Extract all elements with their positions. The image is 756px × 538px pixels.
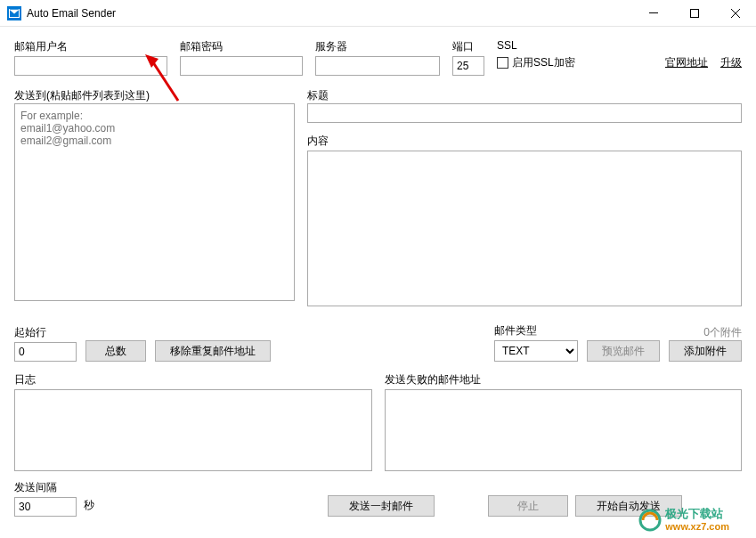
titlebar: Auto Email Sender — [0, 0, 756, 27]
subject-input[interactable] — [307, 103, 742, 123]
interval-label: 发送间隔 — [14, 480, 77, 495]
upgrade-link[interactable]: 升级 — [720, 55, 742, 70]
log-textarea[interactable] — [14, 389, 372, 471]
attachment-count-label: 0个附件 — [703, 325, 742, 340]
username-field-group: 邮箱用户名 — [14, 39, 167, 76]
ssl-checkbox[interactable] — [497, 57, 508, 69]
mailtype-select[interactable]: TEXT — [494, 340, 578, 362]
subject-label: 标题 — [307, 89, 329, 102]
interval-input[interactable] — [14, 497, 77, 517]
sendto-textarea[interactable] — [14, 103, 295, 301]
server-label: 服务器 — [315, 39, 440, 54]
svg-rect-0 — [649, 12, 658, 13]
mailtype-label: 邮件类型 — [494, 323, 578, 338]
ssl-checkbox-label: 启用SSL加密 — [512, 55, 575, 70]
startline-input[interactable] — [14, 342, 77, 362]
close-button[interactable] — [715, 0, 756, 27]
failed-field-group: 发送失败的邮件地址 — [385, 372, 743, 471]
failed-textarea[interactable] — [385, 389, 743, 471]
remove-duplicates-button[interactable]: 移除重复邮件地址 — [155, 340, 271, 362]
preview-button[interactable]: 预览邮件 — [587, 340, 660, 362]
count-button[interactable]: 总数 — [85, 340, 146, 362]
log-label: 日志 — [14, 372, 372, 387]
server-input[interactable] — [315, 56, 440, 76]
interval-unit-label: 秒 — [84, 498, 94, 517]
ssl-label: SSL — [497, 39, 575, 52]
start-auto-send-button[interactable]: 开始自动发送 — [575, 495, 682, 517]
app-icon — [7, 6, 21, 20]
failed-label: 发送失败的邮件地址 — [385, 372, 743, 387]
window-controls — [633, 0, 756, 27]
password-input[interactable] — [180, 56, 303, 76]
startline-field-group: 起始行 — [14, 325, 77, 362]
interval-field-group: 发送间隔 — [14, 480, 77, 517]
password-label: 邮箱密码 — [180, 39, 303, 54]
window-title: Auto Email Sender — [27, 7, 116, 20]
content-label: 内容 — [307, 134, 329, 147]
mailtype-field-group: 邮件类型 TEXT — [494, 323, 578, 362]
stop-button[interactable]: 停止 — [488, 495, 568, 517]
svg-rect-1 — [691, 9, 699, 17]
header-links: 官网地址 升级 — [665, 55, 742, 70]
username-input[interactable] — [14, 56, 167, 76]
port-field-group: 端口 — [452, 39, 484, 76]
username-label: 邮箱用户名 — [14, 39, 167, 54]
log-field-group: 日志 — [14, 372, 372, 471]
port-input[interactable] — [452, 56, 484, 76]
content-textarea[interactable] — [307, 151, 742, 306]
send-one-button[interactable]: 发送一封邮件 — [328, 495, 435, 517]
port-label: 端口 — [452, 39, 484, 54]
attachment-group: 0个附件 预览邮件 添加附件 — [587, 325, 742, 362]
startline-label: 起始行 — [14, 325, 77, 340]
maximize-button[interactable] — [674, 0, 715, 27]
add-attachment-button[interactable]: 添加附件 — [669, 340, 742, 362]
official-link[interactable]: 官网地址 — [665, 55, 708, 70]
server-field-group: 服务器 — [315, 39, 440, 76]
sendto-label: 发送到(粘贴邮件列表到这里) — [14, 89, 150, 102]
ssl-field-group: SSL 启用SSL加密 — [497, 39, 575, 70]
minimize-button[interactable] — [633, 0, 674, 27]
password-field-group: 邮箱密码 — [180, 39, 303, 76]
